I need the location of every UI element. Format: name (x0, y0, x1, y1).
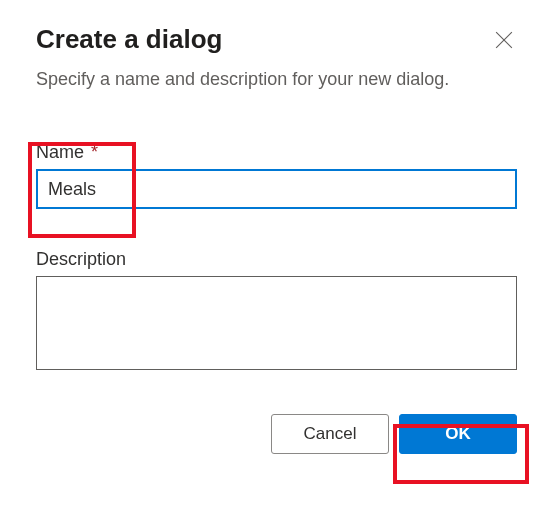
dialog-header: Create a dialog (36, 24, 517, 55)
name-label: Name * (36, 142, 517, 163)
description-field-group: Description (36, 249, 517, 374)
description-input[interactable] (36, 276, 517, 370)
name-input[interactable] (36, 169, 517, 209)
ok-button[interactable]: OK (399, 414, 517, 454)
dialog-title: Create a dialog (36, 24, 222, 55)
close-icon (495, 31, 513, 49)
close-button[interactable] (491, 27, 517, 53)
dialog-button-row: Cancel OK (36, 414, 517, 454)
required-marker: * (89, 142, 98, 162)
name-label-text: Name (36, 142, 84, 162)
create-dialog-panel: Create a dialog Specify a name and descr… (0, 0, 553, 482)
name-field-group: Name * (36, 142, 517, 209)
cancel-button[interactable]: Cancel (271, 414, 389, 454)
description-label: Description (36, 249, 517, 270)
dialog-subtitle: Specify a name and description for your … (36, 69, 517, 90)
